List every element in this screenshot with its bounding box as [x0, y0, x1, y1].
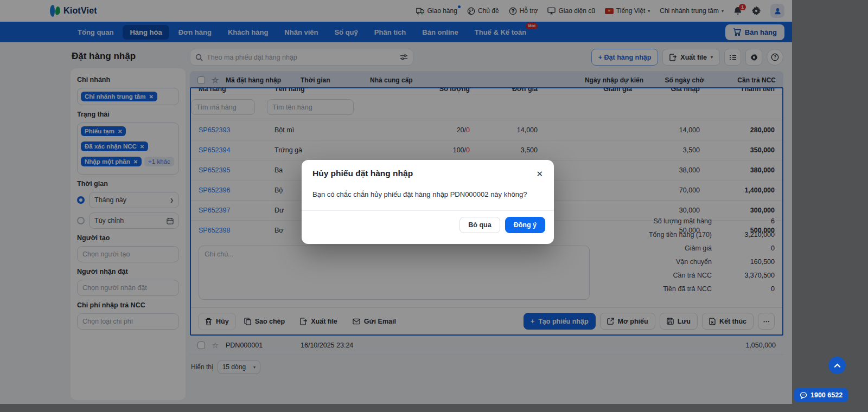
modal-title: Hủy phiếu đặt hàng nhập — [312, 169, 413, 178]
modal-cancel-button[interactable]: Bỏ qua — [459, 217, 500, 233]
modal-message: Bạn có chắc chắn hủy phiếu đặt hàng nhập… — [312, 190, 543, 198]
hotline-button[interactable]: 1900 6522 — [794, 388, 848, 402]
chat-bubble-icon — [800, 392, 807, 399]
modal-confirm-button[interactable]: Đồng ý — [505, 217, 545, 233]
scroll-to-top-button[interactable] — [828, 357, 846, 374]
close-icon[interactable]: ✕ — [536, 170, 543, 178]
cancel-order-modal: Hủy phiếu đặt hàng nhập ✕ Bạn có chắc ch… — [302, 160, 554, 244]
chevron-up-icon — [834, 363, 841, 368]
